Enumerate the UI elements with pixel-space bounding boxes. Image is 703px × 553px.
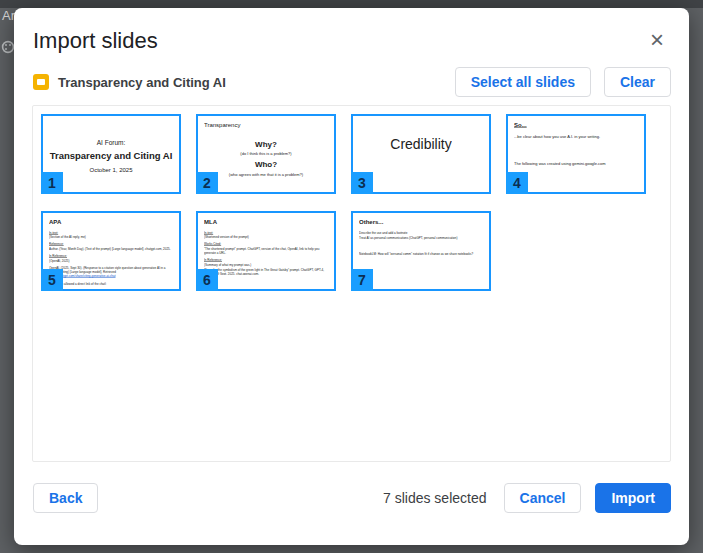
slide-text-line: Who? [204, 159, 328, 169]
import-button[interactable]: Import [595, 483, 671, 513]
select-all-slides-button[interactable]: Select all slides [455, 67, 591, 97]
slide-text-line: In Reference: [204, 258, 328, 262]
slide-text-line: The following was created using gemini.g… [514, 161, 638, 166]
slide-text-line: Author. (Year, Month Day). (Text of the … [49, 247, 173, 251]
slide-text-line: ...be clear about how you use A.I. in yo… [514, 134, 638, 139]
slide-thumbnail[interactable]: So......be clear about how you use A.I. … [506, 114, 646, 194]
slide-text-line: (Shortened version of the prompt) [204, 236, 328, 240]
slide-thumbnails-container: AI Forum:Transparency and Citing AIOctob… [32, 105, 671, 462]
palette-icon [1, 40, 15, 58]
slide-text-line: Treat AI as personal communications (Cha… [359, 236, 483, 240]
slide-text-line: Transparency [204, 121, 328, 129]
slide-text-line: In Reference: [49, 254, 173, 258]
presentation-row: Transparency and Citing AI Select all sl… [33, 67, 671, 97]
clear-button[interactable]: Clear [604, 67, 671, 97]
slide-thumbnail[interactable]: APAIn-text:(Section of the AI reply, me)… [41, 211, 181, 291]
slide-text-line: (Section of the AI reply, me) [49, 236, 173, 240]
slide-thumbnail[interactable]: Credibility 3 [351, 114, 491, 194]
slide-number-badge: 1 [41, 172, 63, 194]
slide-text-line: NotebookLM: How will "personal comm" not… [359, 252, 483, 256]
slide-thumbnail[interactable]: AI Forum:Transparency and Citing AIOctob… [41, 114, 181, 194]
slide-text-line: Others... [359, 218, 483, 226]
slide-text-line: Describe the use and add a footnote [359, 231, 483, 235]
slide-text-line: In-text: [204, 231, 328, 235]
slide-text-line: In-text: [49, 231, 173, 235]
slide-number-badge: 7 [351, 269, 373, 291]
slide-text-line: (Your login allowed a direct link of the… [49, 282, 173, 286]
slide-text-line: (Summary of what my prompt was.) [204, 263, 328, 267]
slide-preview: Credibility [353, 116, 489, 192]
import-slides-dialog: Import slides × Transparency and Citing … [14, 8, 689, 545]
slide-preview: So......be clear about how you use A.I. … [508, 116, 644, 192]
slide-preview: TransparencyWhy?(do I think this is a pr… [198, 116, 334, 192]
presentation-name: Transparency and Citing AI [58, 75, 226, 90]
slide-text-line: (OpenAI, 2025) [49, 259, 173, 263]
close-icon[interactable]: × [643, 26, 671, 54]
cancel-button[interactable]: Cancel [504, 483, 582, 513]
slide-number-badge: 3 [351, 172, 373, 194]
slide-text-line: (do I think this is a problem?) [204, 151, 328, 156]
slide-text-line: Reference: [49, 243, 173, 247]
slides-selected-status: 7 slides selected [383, 490, 487, 506]
slide-preview: AI Forum:Transparency and Citing AIOctob… [43, 116, 179, 192]
slide-text-line: So... [514, 121, 638, 129]
back-button[interactable]: Back [33, 483, 98, 513]
slide-number-badge: 6 [196, 269, 218, 291]
slide-text-line: https://chatgpt.com/share/citing-generat… [49, 274, 173, 278]
slide-text-line: MLA [204, 218, 328, 226]
dialog-title: Import slides [33, 28, 158, 54]
slide-text-line: AI Forum: [49, 139, 173, 147]
slide-number-badge: 2 [196, 172, 218, 194]
slide-text-line: (who agrees with me that it is a problem… [204, 172, 328, 177]
slide-text-line: Credibility [359, 135, 483, 153]
slide-text-line: "Describe the symbolism of the green lig… [204, 268, 328, 276]
slide-text-line: APA [49, 218, 173, 226]
slide-text-line: Works Cited: [204, 243, 328, 247]
slide-text-line: OpenAI. (2025, Sept 30). (Response to a … [49, 266, 173, 274]
dialog-footer: Back 7 slides selected Cancel Import [33, 483, 671, 513]
slide-text-line: "The shortened prompt" prompt. ChatGPT, … [204, 247, 328, 255]
slide-preview: Others...Describe the use and add a foot… [353, 213, 489, 289]
slide-text-line: Why? [204, 139, 328, 149]
slide-text-line: October 1, 2025 [49, 166, 173, 174]
slide-thumbnail[interactable]: Others...Describe the use and add a foot… [351, 211, 491, 291]
slide-number-badge: 4 [506, 172, 528, 194]
slide-thumbnail[interactable]: MLAIn-text:(Shortened version of the pro… [196, 211, 336, 291]
slides-file-icon [33, 74, 49, 90]
slide-number-badge: 5 [41, 269, 63, 291]
slide-preview: APAIn-text:(Section of the AI reply, me)… [43, 213, 179, 289]
slide-thumbnail[interactable]: TransparencyWhy?(do I think this is a pr… [196, 114, 336, 194]
slide-text-line: Transparency and Citing AI [49, 149, 173, 161]
slide-preview: MLAIn-text:(Shortened version of the pro… [198, 213, 334, 289]
